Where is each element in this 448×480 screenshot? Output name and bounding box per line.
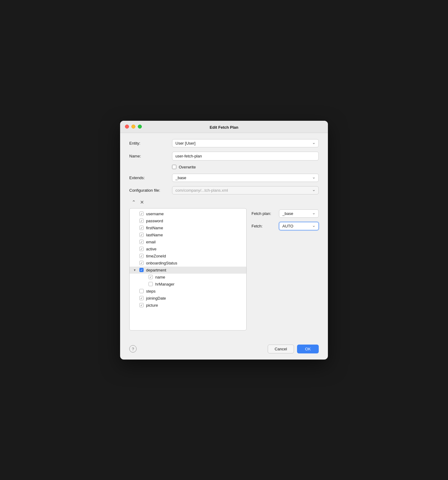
list-item[interactable]: ▾ department	[130, 267, 246, 274]
chevron-down-icon[interactable]: ▾	[133, 268, 137, 272]
list-item[interactable]: name	[130, 274, 246, 281]
fetch-plan-row: Fetch plan: _base	[252, 209, 319, 218]
attr-checkbox-steps[interactable]	[139, 289, 144, 293]
attr-name-timezoneid: timeZoneId	[146, 254, 166, 258]
expand-placeholder	[133, 296, 137, 300]
extends-label: Extends:	[129, 175, 172, 180]
attr-name-hrmanager: hrManager	[155, 282, 174, 286]
dialog-footer: ? Cancel OK	[120, 342, 328, 360]
list-item[interactable]: firstName	[130, 224, 246, 231]
extends-select[interactable]: _base	[172, 174, 319, 182]
dialog-content: Entity: User [User] Name: Overwrite Ex	[120, 133, 328, 342]
attr-checkbox-email[interactable]	[139, 240, 144, 244]
attr-checkbox-firstname[interactable]	[139, 226, 144, 230]
attr-name-email: email	[146, 240, 156, 244]
attributes-panel[interactable]: username password firstName	[129, 208, 247, 330]
name-control	[172, 152, 319, 161]
list-item[interactable]: picture	[130, 302, 246, 309]
extends-row: Extends: _base	[129, 174, 319, 182]
attr-checkbox-dept-name[interactable]	[149, 275, 153, 279]
expand-placeholder	[133, 233, 137, 237]
expand-placeholder	[133, 240, 137, 244]
list-item[interactable]: username	[130, 210, 246, 217]
attr-checkbox-joiningdate[interactable]	[139, 296, 144, 300]
attribute-toolbar: ⌃ ✕	[129, 199, 319, 206]
attr-name-active: active	[146, 247, 156, 251]
list-item[interactable]: active	[130, 246, 246, 253]
traffic-lights	[125, 125, 142, 129]
main-area: username password firstName	[129, 208, 319, 330]
expand-placeholder	[133, 303, 137, 307]
extends-control: _base	[172, 174, 319, 182]
config-file-select-wrapper: com/company/...tch-plans.xml	[172, 186, 319, 194]
help-button[interactable]: ?	[129, 345, 137, 353]
config-file-control: com/company/...tch-plans.xml	[172, 186, 319, 194]
attr-checkbox-onboardingstatus[interactable]	[139, 261, 144, 265]
attr-name-onboardingstatus: onboardingStatus	[146, 261, 177, 265]
attr-checkbox-picture[interactable]	[139, 303, 144, 307]
fetch-label: Fetch:	[252, 224, 276, 228]
expand-placeholder	[133, 254, 137, 258]
expand-placeholder	[142, 275, 146, 279]
attr-checkbox-timezoneid[interactable]	[139, 254, 144, 258]
list-item[interactable]: joiningDate	[130, 295, 246, 302]
expand-placeholder	[133, 289, 137, 293]
attr-checkbox-username[interactable]	[139, 212, 144, 216]
collapse-all-button[interactable]: ✕	[139, 199, 145, 206]
entity-row: Entity: User [User]	[129, 139, 319, 147]
list-item[interactable]: timeZoneId	[130, 253, 246, 260]
config-file-row: Configuration file: com/company/...tch-p…	[129, 186, 319, 194]
attr-name-firstname: firstName	[146, 226, 163, 230]
expand-placeholder	[133, 219, 137, 223]
attr-name-steps: steps	[146, 289, 156, 294]
entity-control: User [User]	[172, 139, 319, 147]
list-item[interactable]: steps	[130, 288, 246, 295]
attr-checkbox-department[interactable]	[139, 268, 144, 272]
list-item[interactable]: lastName	[130, 231, 246, 238]
overwrite-label: Overwrite	[179, 165, 196, 169]
fetch-plan-label: Fetch plan:	[252, 211, 276, 216]
maximize-button[interactable]	[138, 125, 142, 129]
name-row: Name:	[129, 152, 319, 161]
fetch-plan-select[interactable]: _base	[279, 209, 319, 218]
fetch-select[interactable]: AUTO	[279, 222, 319, 230]
expand-placeholder	[133, 226, 137, 230]
attr-name-joiningdate: joiningDate	[146, 296, 166, 301]
cancel-button[interactable]: Cancel	[268, 345, 294, 353]
fetch-plan-select-wrapper: _base	[279, 209, 319, 218]
extends-select-wrapper: _base	[172, 174, 319, 182]
name-label: Name:	[129, 154, 172, 158]
dialog-window: Edit Fetch Plan Entity: User [User] Name…	[120, 121, 328, 360]
close-button[interactable]	[125, 125, 129, 129]
entity-select-wrapper: User [User]	[172, 139, 319, 147]
attr-checkbox-active[interactable]	[139, 247, 144, 251]
config-file-label: Configuration file:	[129, 188, 172, 193]
attr-checkbox-password[interactable]	[139, 219, 144, 223]
titlebar: Edit Fetch Plan	[120, 121, 328, 133]
right-panel: Fetch plan: _base Fetch: AUTO	[252, 208, 319, 330]
expand-placeholder	[133, 212, 137, 216]
attr-name-lastname: lastName	[146, 233, 163, 237]
list-item[interactable]: onboardingStatus	[130, 260, 246, 267]
entity-select[interactable]: User [User]	[172, 139, 319, 147]
list-item[interactable]: hrManager	[130, 281, 246, 288]
expand-placeholder	[133, 247, 137, 251]
dialog-title: Edit Fetch Plan	[210, 125, 238, 130]
entity-label: Entity:	[129, 141, 172, 146]
overwrite-row: Overwrite	[172, 165, 319, 169]
name-input[interactable]	[172, 152, 319, 161]
attr-name-password: password	[146, 219, 163, 223]
fetch-row: Fetch: AUTO	[252, 222, 319, 230]
list-item[interactable]: email	[130, 238, 246, 246]
expand-placeholder	[142, 282, 146, 286]
list-item[interactable]: password	[130, 217, 246, 224]
attr-name-picture: picture	[146, 303, 158, 308]
overwrite-checkbox[interactable]	[172, 165, 176, 169]
minimize-button[interactable]	[131, 125, 135, 129]
config-file-select[interactable]: com/company/...tch-plans.xml	[172, 186, 319, 194]
attr-checkbox-lastname[interactable]	[139, 233, 144, 237]
footer-buttons: Cancel OK	[268, 345, 319, 353]
expand-all-button[interactable]: ⌃	[130, 199, 137, 206]
attr-checkbox-hrmanager[interactable]	[149, 282, 153, 286]
ok-button[interactable]: OK	[297, 345, 319, 353]
